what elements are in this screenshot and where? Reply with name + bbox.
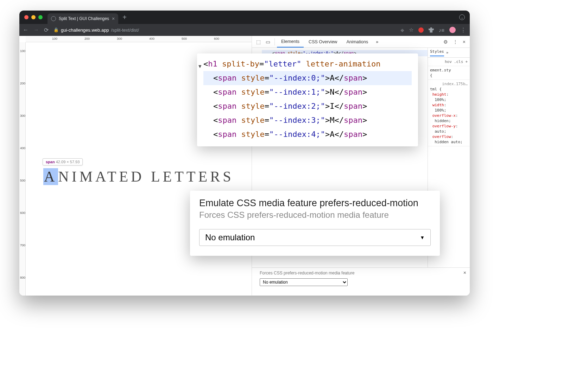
styles-filter-row: hov .cls + — [428, 58, 470, 66]
ruler-horizontal: 100200300400500600 — [26, 36, 262, 42]
new-tab-button[interactable]: + — [122, 13, 127, 21]
styles-tabs: Styles » — [428, 48, 470, 58]
close-drawer-icon[interactable]: × — [463, 270, 466, 276]
letter: D — [131, 169, 144, 185]
tab-title: Split Text | GUI Challenges — [59, 16, 109, 21]
rendering-subtitle: Forces CSS prefers-reduced-motion media … — [199, 210, 431, 220]
letter: I — [72, 169, 80, 185]
url-host: gui-challenges.web.app — [61, 27, 109, 33]
tab-elements[interactable]: Elements — [277, 36, 304, 48]
bookmark-icon[interactable]: ☆ — [409, 27, 413, 33]
close-devtools-icon[interactable]: × — [461, 38, 468, 46]
more-tabs-icon[interactable]: » — [373, 39, 381, 44]
cls-toggle[interactable]: .cls — [454, 59, 463, 64]
letter: T — [107, 169, 119, 185]
rendering-drawer: × Forces CSS prefers-reduced-motion medi… — [252, 267, 470, 296]
chrome-menu-icon[interactable]: ⋮ — [461, 27, 466, 33]
letter: E — [119, 169, 131, 185]
media-control-icon[interactable]: ♪≡ — [439, 27, 444, 33]
element-style-rule[interactable]: ement.sty { — [428, 66, 470, 80]
device-mode-icon[interactable]: ▭ — [264, 38, 272, 46]
styles-tab-styles[interactable]: Styles — [430, 49, 444, 56]
tab-css-overview[interactable]: CSS Overview — [304, 37, 341, 47]
letter: S — [223, 169, 234, 185]
url-path: /split-text/dist/ — [111, 27, 139, 33]
collapse-triangle-icon[interactable]: ▼ — [198, 59, 201, 73]
tab-favicon — [51, 16, 56, 21]
profile-avatar-icon[interactable] — [449, 27, 456, 33]
inspect-icon[interactable]: ⬚ — [254, 38, 263, 46]
letter — [144, 169, 151, 185]
browser-toolbar: ← → ⟳ 🔒 gui-challenges.web.app/split-tex… — [19, 24, 470, 36]
reload-button[interactable]: ⟳ — [44, 27, 49, 33]
zoom-overlay-rendering: Emulate CSS media feature prefers-reduce… — [190, 191, 440, 256]
ruler-vertical: 100200300400500600700800 — [19, 42, 26, 296]
new-rule-plus-icon[interactable]: + — [465, 59, 468, 64]
rendering-title: Emulate CSS media feature prefers-reduce… — [199, 198, 431, 209]
lock-icon: 🔒 — [53, 27, 59, 32]
minimize-window-button[interactable] — [31, 15, 36, 19]
tab-search-icon[interactable]: ⌄ — [459, 14, 465, 20]
devtools-tabs: ⬚ ▭ Elements CSS Overview Animations » ⚙… — [252, 36, 470, 48]
letter: N — [58, 169, 71, 185]
address-bar[interactable]: 🔒 gui-challenges.web.app/split-text/dist… — [53, 27, 139, 33]
hov-toggle[interactable]: hov — [445, 59, 452, 64]
translate-icon[interactable]: ⎆ — [401, 27, 404, 33]
letter: T — [175, 169, 186, 185]
window-titlebar: Split Text | GUI Challenges × + ⌄ — [19, 11, 470, 24]
rendering-select[interactable]: No emulation ▼ — [199, 229, 431, 246]
tooltip-dimensions: 42.09 × 57.93 — [56, 160, 80, 164]
letter: L — [151, 169, 163, 185]
devtools-menu-icon[interactable]: ⋮ — [451, 38, 460, 46]
close-tab-icon[interactable]: × — [112, 16, 115, 21]
html-rule[interactable]: index.175b…tml { height: 100%; width: 10… — [428, 80, 470, 146]
extension-icon[interactable] — [418, 27, 424, 33]
letter: A — [95, 169, 107, 185]
forward-button[interactable]: → — [33, 27, 39, 33]
letter: A — [43, 168, 58, 185]
dropdown-caret-icon: ▼ — [420, 235, 425, 240]
tab-animations[interactable]: Animations — [342, 37, 372, 47]
styles-pane: Styles » hov .cls + ement.sty { index.17… — [428, 48, 470, 296]
element-tooltip: span 42.09 × 57.93 — [43, 158, 83, 165]
traffic-lights — [24, 15, 43, 19]
extensions-puzzle-icon[interactable] — [429, 27, 434, 33]
tooltip-tag: span — [46, 160, 55, 164]
letter: E — [198, 169, 210, 185]
letter: E — [163, 169, 175, 185]
prefers-reduced-motion-select[interactable]: No emulation — [260, 278, 348, 286]
zoom-overlay-code: ▼ <h1 split-by="letter" letter-animation… — [197, 53, 418, 146]
rendering-select-value: No emulation — [205, 233, 255, 242]
maximize-window-button[interactable] — [38, 15, 43, 19]
browser-tab[interactable]: Split Text | GUI Challenges × — [48, 13, 118, 24]
letter: M — [80, 169, 95, 185]
more-styles-tabs-icon[interactable]: » — [446, 50, 449, 55]
letter: T — [186, 169, 198, 185]
back-button[interactable]: ← — [23, 27, 29, 33]
close-window-button[interactable] — [24, 15, 29, 19]
settings-gear-icon[interactable]: ⚙ — [441, 38, 450, 46]
letter: R — [210, 169, 223, 185]
animated-letters-heading: ANIMATED LETTERS — [43, 168, 234, 185]
rendering-desc: Forces CSS prefers-reduced-motion media … — [260, 271, 462, 276]
